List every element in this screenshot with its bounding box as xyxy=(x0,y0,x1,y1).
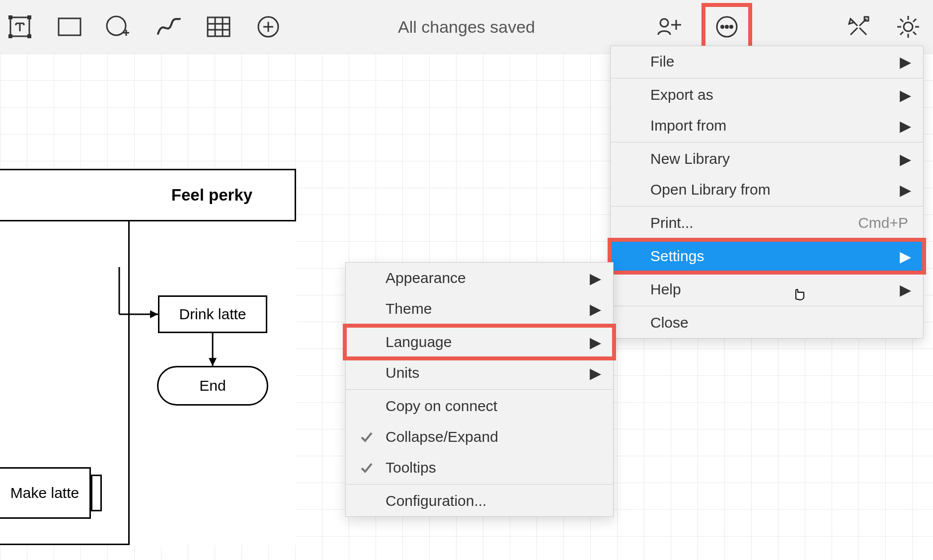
svg-line-29 xyxy=(913,32,916,35)
menu-close[interactable]: Close xyxy=(611,307,923,338)
menu-separator xyxy=(611,306,923,306)
menu-separator xyxy=(346,389,613,390)
svg-rect-1 xyxy=(8,15,12,19)
submenu-theme[interactable]: Theme ▶ xyxy=(346,293,613,324)
submenu-arrow-icon: ▶ xyxy=(900,181,911,199)
submenu-arrow-icon: ▶ xyxy=(590,364,601,382)
add-tool-icon[interactable] xyxy=(253,12,283,42)
menu-label: Open Library from xyxy=(650,181,771,198)
menu-label: Import from xyxy=(650,117,726,134)
node-label: Make latte xyxy=(10,484,79,502)
node-make-latte[interactable]: Make latte xyxy=(0,467,91,519)
brightness-icon[interactable] xyxy=(893,12,923,42)
check-icon xyxy=(360,430,374,444)
menu-label: Configuration... xyxy=(386,492,486,509)
submenu-arrow-icon: ▶ xyxy=(900,53,911,70)
menu-label: Help xyxy=(650,281,681,298)
submenu-units[interactable]: Units ▶ xyxy=(346,357,613,388)
svg-rect-7 xyxy=(208,17,230,36)
toolbar-left xyxy=(0,12,283,42)
svg-point-21 xyxy=(730,26,733,28)
svg-rect-4 xyxy=(27,34,31,38)
node-drink-latte[interactable]: Drink latte xyxy=(158,295,267,333)
rectangle-tool-icon[interactable] xyxy=(55,12,84,42)
menu-label: Print... xyxy=(650,214,694,231)
svg-line-30 xyxy=(913,19,916,22)
menu-label: Collapse/Expand xyxy=(386,428,498,445)
svg-point-15 xyxy=(660,19,668,27)
submenu-configuration[interactable]: Configuration... xyxy=(346,486,613,516)
menu-file[interactable]: File ▶ xyxy=(611,46,923,77)
menu-separator xyxy=(611,239,923,240)
menu-separator xyxy=(611,142,923,142)
svg-point-20 xyxy=(726,26,728,28)
menu-label: Copy on connect xyxy=(386,398,497,415)
submenu-language[interactable]: Language ▶ xyxy=(346,327,613,357)
submenu-tooltips[interactable]: Tooltips xyxy=(346,452,613,483)
menu-label: Tooltips xyxy=(386,459,436,476)
menu-export-as[interactable]: Export as ▶ xyxy=(611,79,923,110)
menu-label: Appearance xyxy=(386,270,466,286)
lane-header[interactable]: Feel perky xyxy=(0,169,296,221)
submenu-arrow-icon: ▶ xyxy=(590,300,601,318)
submenu-arrow-icon: ▶ xyxy=(900,248,911,265)
submenu-arrow-icon: ▶ xyxy=(900,150,911,168)
menu-label: File xyxy=(650,53,674,70)
menu-label: Units xyxy=(386,364,419,381)
share-icon[interactable] xyxy=(655,12,685,42)
submenu-arrow-icon: ▶ xyxy=(900,117,911,135)
submenu-arrow-icon: ▶ xyxy=(590,334,601,351)
submenu-copy-on-connect[interactable]: Copy on connect xyxy=(346,391,613,421)
menu-import-from[interactable]: Import from ▶ xyxy=(611,110,923,141)
node-label: End xyxy=(199,377,226,394)
main-menu: File ▶ Export as ▶ Import from ▶ New Lib… xyxy=(610,46,924,339)
svg-line-28 xyxy=(900,19,903,22)
menu-shortcut: Cmd+P xyxy=(858,214,908,231)
svg-point-19 xyxy=(721,26,724,28)
node-make-latte-edge xyxy=(91,475,102,511)
menu-separator xyxy=(346,484,613,485)
submenu-arrow-icon: ▶ xyxy=(590,270,601,287)
menu-help[interactable]: Help ▶ xyxy=(611,274,923,305)
freehand-tool-icon[interactable] xyxy=(154,12,184,42)
svg-rect-5 xyxy=(59,18,80,35)
ellipse-tool-icon[interactable] xyxy=(104,12,134,42)
menu-label: Settings xyxy=(650,248,704,265)
more-menu-button[interactable] xyxy=(704,6,749,48)
table-tool-icon[interactable] xyxy=(204,12,233,42)
submenu-arrow-icon: ▶ xyxy=(900,281,911,298)
status-text: All changes saved xyxy=(398,17,535,37)
design-tool-icon[interactable] xyxy=(844,12,873,42)
check-icon xyxy=(360,461,374,475)
menu-separator xyxy=(611,78,923,78)
menu-label: Close xyxy=(650,314,689,331)
menu-separator xyxy=(611,206,923,207)
node-label: Drink latte xyxy=(179,306,246,323)
menu-label: New Library xyxy=(650,150,730,167)
node-end[interactable]: End xyxy=(157,366,268,406)
menu-open-library-from[interactable]: Open Library from ▶ xyxy=(611,174,923,205)
submenu-appearance[interactable]: Appearance ▶ xyxy=(346,263,613,293)
svg-point-23 xyxy=(904,22,913,31)
svg-line-31 xyxy=(900,32,903,35)
menu-label: Export as xyxy=(650,86,713,103)
settings-submenu: Appearance ▶ Theme ▶ Language ▶ Units ▶ … xyxy=(345,262,614,517)
svg-rect-2 xyxy=(27,15,31,19)
svg-point-6 xyxy=(107,16,126,35)
submenu-arrow-icon: ▶ xyxy=(900,86,911,104)
menu-separator xyxy=(611,273,923,273)
menu-new-library[interactable]: New Library ▶ xyxy=(611,143,923,174)
menu-settings[interactable]: Settings ▶ xyxy=(611,241,923,272)
submenu-collapse-expand[interactable]: Collapse/Expand xyxy=(346,421,613,452)
menu-print[interactable]: Print... Cmd+P xyxy=(611,208,923,238)
toolbar-right xyxy=(655,6,923,48)
lane-header-label: Feel perky xyxy=(171,186,252,205)
svg-rect-3 xyxy=(8,34,12,38)
menu-separator xyxy=(346,325,613,326)
menu-label: Theme xyxy=(386,300,432,317)
menu-label: Language xyxy=(386,334,452,350)
text-tool-icon[interactable] xyxy=(5,12,35,42)
